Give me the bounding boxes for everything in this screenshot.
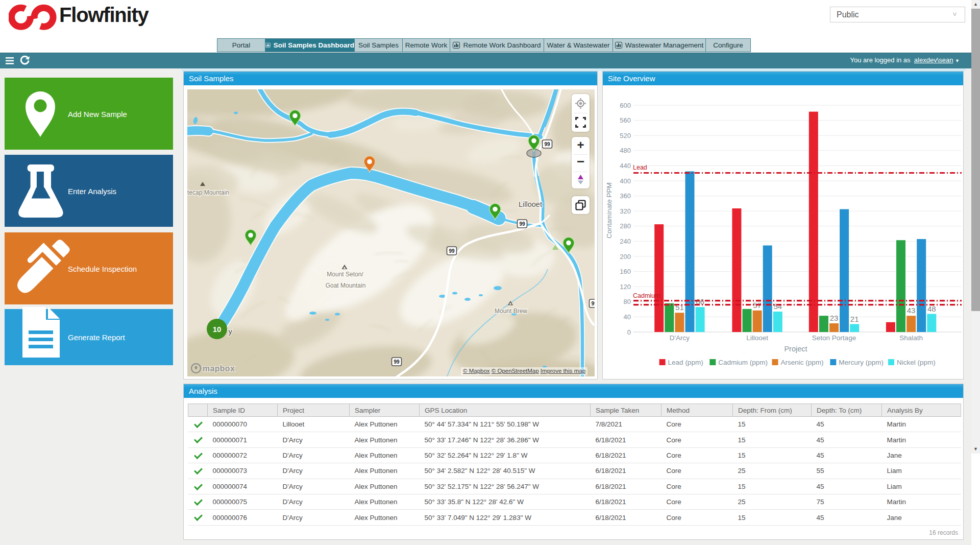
svg-text:99: 99 <box>519 221 525 227</box>
svg-text:Arsenic (ppm): Arsenic (ppm) <box>781 359 824 366</box>
svg-text:240: 240 <box>620 238 631 245</box>
svg-text:99: 99 <box>544 141 550 147</box>
svg-text:43: 43 <box>907 306 916 315</box>
svg-text:80: 80 <box>624 298 631 305</box>
svg-text:y: y <box>228 327 232 336</box>
svg-text:160: 160 <box>620 268 631 275</box>
svg-text:Goat Mountain: Goat Mountain <box>326 282 366 289</box>
svg-text:400: 400 <box>620 177 631 185</box>
svg-text:99: 99 <box>394 359 400 365</box>
svg-text:600: 600 <box>620 102 631 109</box>
svg-text:Contaminate PPM: Contaminate PPM <box>605 182 613 239</box>
svg-text:Mount Seton/: Mount Seton/ <box>327 271 363 278</box>
svg-text:320: 320 <box>620 207 631 215</box>
svg-text:Lillooet: Lillooet <box>519 200 542 208</box>
svg-text:tecap Mountain: tecap Mountain <box>187 189 229 196</box>
svg-text:200: 200 <box>620 253 631 260</box>
svg-text:120: 120 <box>620 283 631 291</box>
svg-text:Seton Portage: Seton Portage <box>812 334 856 342</box>
svg-text:440: 440 <box>620 162 631 170</box>
svg-text:Mercury (ppm): Mercury (ppm) <box>839 359 884 366</box>
svg-text:480: 480 <box>620 147 631 154</box>
svg-text:23: 23 <box>830 314 839 322</box>
svg-text:40: 40 <box>624 313 631 321</box>
svg-text:21: 21 <box>850 315 859 323</box>
svg-text:Project: Project <box>784 345 807 353</box>
svg-text:Nickel (ppm): Nickel (ppm) <box>897 359 936 366</box>
svg-text:Shalath: Shalath <box>899 334 923 342</box>
svg-text:99: 99 <box>449 248 455 254</box>
svg-text:10: 10 <box>213 325 222 334</box>
svg-text:Cadmium: Cadmium <box>633 292 660 299</box>
svg-text:360: 360 <box>620 192 631 200</box>
svg-text:Cadmium (ppm): Cadmium (ppm) <box>718 359 768 366</box>
svg-text:Lead (ppm): Lead (ppm) <box>668 359 703 366</box>
svg-text:560: 560 <box>620 116 631 124</box>
svg-text:Lillooet: Lillooet <box>746 334 768 342</box>
svg-text:280: 280 <box>620 222 631 230</box>
svg-text:Lead: Lead <box>633 164 647 171</box>
svg-text:520: 520 <box>620 132 631 139</box>
svg-text:Mount Brew: Mount Brew <box>495 307 527 315</box>
svg-text:0: 0 <box>627 328 631 336</box>
svg-text:99: 99 <box>591 301 595 306</box>
svg-text:mapbox: mapbox <box>203 364 235 373</box>
svg-text:54: 54 <box>773 302 782 311</box>
svg-text:D'Arcy: D'Arcy <box>670 334 690 342</box>
